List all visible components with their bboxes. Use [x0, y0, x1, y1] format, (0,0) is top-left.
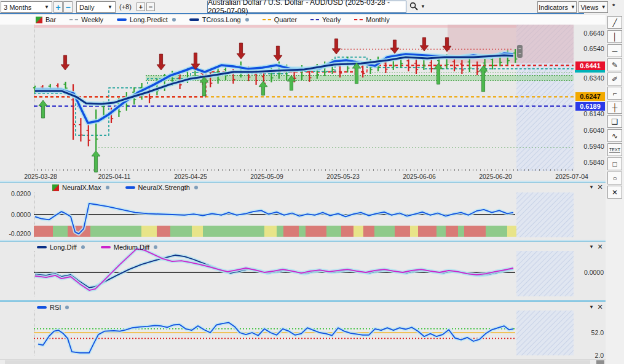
diff-collapse-button[interactable]: ▾ — [588, 243, 595, 250]
x-axis-label: 2025-05-09 — [250, 173, 283, 180]
range-zoom-out-button[interactable]: − — [63, 1, 73, 13]
neuralx-axis-label: 0.0000 — [5, 211, 31, 218]
price-axis-label: 0.6540 — [574, 45, 604, 52]
callout-tool[interactable]: ❑ — [607, 115, 622, 128]
plot-left-axis-line — [34, 192, 34, 237]
chevron-down-icon: ▼ — [104, 4, 113, 10]
chevron-down-icon: ▼ — [41, 4, 49, 10]
x-axis-label: 2025-06-20 — [479, 173, 512, 180]
line-swatch-icon — [125, 186, 135, 189]
bar-width-decrease-button[interactable]: − — [146, 2, 155, 11]
rsi-collapse-button[interactable]: ▾ — [588, 304, 595, 310]
rsi-axis-label: 52.0 — [578, 329, 604, 336]
info-dot-icon[interactable] — [172, 18, 176, 22]
horizontal-scrollbar[interactable] — [0, 359, 624, 364]
scrollbar-end-block[interactable] — [596, 360, 604, 364]
info-dot-icon[interactable] — [154, 245, 157, 249]
legend-label: Weekly — [81, 16, 103, 23]
indicators-button[interactable]: Indicators ▼ — [537, 1, 577, 13]
delete-tool[interactable]: ✕ — [607, 186, 622, 199]
price-axis-label: 0.5940 — [574, 143, 604, 150]
chevron-down-icon: ▼ — [601, 4, 606, 10]
legend-item-quarter[interactable]: Quarter — [263, 16, 297, 23]
x-axis-label: 2025-04-11 — [98, 173, 131, 180]
legend-item-long-diff[interactable]: Long.Diff — [37, 243, 85, 251]
info-dot-icon[interactable] — [81, 245, 85, 249]
neuralx-legend: NeuralX.MaxNeuralX.Strength — [52, 184, 198, 191]
panel-divider[interactable] — [0, 240, 624, 242]
diff-close-button[interactable]: ✕ — [596, 243, 604, 251]
toolbar-divider — [0, 13, 584, 14]
neuralx-close-button[interactable]: ✕ — [596, 183, 604, 191]
legend-label: TCross.Long — [202, 16, 241, 23]
favorite-star-button[interactable]: * — [612, 2, 615, 10]
symbol-title[interactable]: Australian Dollar / U.S. Dollar - AUD/US… — [207, 1, 406, 13]
crosshair-tool[interactable]: ┼ — [607, 101, 622, 114]
minus-icon: − — [65, 2, 70, 12]
text-tool[interactable]: TEXT — [607, 143, 622, 156]
rsi-panel — [0, 302, 606, 359]
legend-item-rsi[interactable]: RSI — [37, 304, 69, 311]
range-select[interactable]: 3 Months ▼ — [1, 1, 52, 13]
legend-item-yearly[interactable]: Yearly — [310, 16, 341, 23]
legend-item-long-predict[interactable]: Long.Predict — [117, 16, 176, 23]
panel-divider[interactable] — [0, 181, 624, 183]
horizontal-line-tool[interactable]: ─ — [607, 44, 622, 57]
range-select-value: 3 Months — [4, 4, 31, 11]
legend-label: NeuralX.Max — [62, 184, 101, 191]
panel-divider[interactable] — [0, 300, 624, 302]
period-select[interactable]: Daily ▼ — [76, 1, 116, 13]
indicators-button-label: Indicators — [539, 4, 568, 11]
bar-swatch-icon — [52, 184, 59, 191]
x-axis-label: 2025-07-04 — [555, 173, 588, 180]
views-button[interactable]: Views ▼ — [579, 1, 608, 13]
line-swatch-icon — [101, 246, 111, 248]
legend-item-medium-diff[interactable]: Medium.Diff — [101, 243, 157, 251]
diagonal-line-tool[interactable]: ╱ — [607, 16, 622, 29]
info-dot-icon[interactable] — [106, 186, 109, 189]
legend-item-tcross-long[interactable]: TCross.Long — [189, 16, 249, 23]
ellipse-tool[interactable]: ○ — [607, 172, 622, 184]
price-axis-label: 0.6040 — [574, 127, 604, 134]
price-level-badge: 0.6441 — [575, 61, 605, 70]
pencil-tool[interactable]: ✎ — [607, 58, 622, 71]
rectangle-tool[interactable]: □ — [607, 157, 622, 170]
legend-item-neuralx-strength[interactable]: NeuralX.Strength — [125, 184, 198, 191]
legend-label: Medium.Diff — [114, 243, 149, 251]
marker-tool[interactable]: ✐ — [607, 73, 622, 85]
legend-item-bar[interactable]: Bar — [36, 16, 56, 23]
info-dot-icon[interactable] — [65, 306, 69, 309]
x-axis-label: 2025-03-28 — [24, 173, 57, 180]
neuralx-collapse-button[interactable]: ▾ — [588, 184, 595, 190]
plot-left-axis-line — [34, 311, 34, 355]
legend-item-neuralx-max[interactable]: NeuralX.Max — [52, 184, 109, 191]
dash-swatch-icon — [310, 19, 319, 20]
rsi-close-button[interactable]: ✕ — [596, 303, 604, 311]
search-icon — [409, 2, 418, 10]
angle-line-tool[interactable]: ⌐ — [607, 87, 622, 100]
main-plot-area[interactable] — [34, 25, 575, 171]
bar-width-increase-button[interactable]: + — [136, 2, 145, 11]
plus-icon: + — [139, 3, 143, 10]
price-level-badge: 0.6247 — [575, 92, 605, 101]
top-toolbar: 3 Months ▼ + − Daily ▼ (+8) + − Australi… — [0, 0, 624, 14]
weekly-level-marker — [575, 70, 605, 73]
plot-left-axis-line — [34, 251, 34, 296]
legend-label: Yearly — [322, 16, 341, 23]
legend-item-monthly[interactable]: Monthly — [354, 16, 390, 23]
legend-item-weekly[interactable]: Weekly — [69, 16, 103, 23]
symbol-search-button[interactable]: ▼ — [409, 2, 425, 10]
wave-tool[interactable]: ∿ — [607, 129, 622, 142]
info-dot-icon[interactable] — [245, 18, 249, 22]
scrollbar-thumb[interactable] — [5, 360, 590, 364]
rsi-legend: RSI — [37, 304, 69, 311]
info-dot-icon[interactable] — [194, 186, 198, 189]
price-axis-label: 0.6340 — [574, 74, 604, 82]
legend-label: NeuralX.Strength — [138, 184, 190, 191]
legend-label: Bar — [45, 16, 56, 23]
neuralx-panel — [0, 183, 606, 241]
vertical-line-tool[interactable]: │ — [607, 30, 622, 43]
chevron-down-icon: ▼ — [571, 4, 575, 10]
range-zoom-in-button[interactable]: + — [53, 1, 63, 13]
plus-icon: + — [55, 2, 60, 12]
